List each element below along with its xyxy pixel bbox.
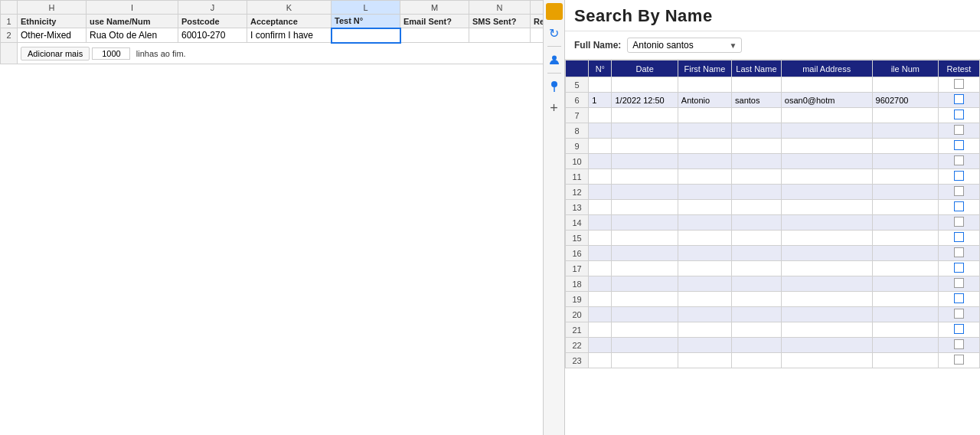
empty-cell (678, 215, 731, 231)
cell-2-h[interactable]: Other-Mixed (18, 28, 87, 43)
row-num-cell: 5 (566, 77, 589, 93)
empty-cell (872, 322, 938, 338)
retest-checkbox-cell[interactable] (938, 93, 979, 108)
refresh-icon[interactable]: ↻ (546, 25, 563, 41)
firstname-cell[interactable]: Antonio (678, 93, 731, 108)
num-cell[interactable]: 1 (589, 93, 612, 108)
row-num-cell: 20 (566, 307, 589, 322)
cell-1-k[interactable]: Acceptance (247, 15, 332, 28)
col-header-l[interactable]: L (332, 1, 400, 15)
retest-checkbox-cell[interactable] (938, 108, 979, 123)
retest-checkbox-cell[interactable] (938, 292, 979, 307)
col-header-m[interactable]: M (400, 1, 469, 15)
empty-cell (678, 123, 731, 139)
empty-cell (612, 200, 678, 215)
empty-cell (872, 231, 938, 246)
empty-cell (872, 215, 938, 231)
user-icon[interactable] (546, 51, 563, 68)
empty-cell (612, 123, 678, 139)
retest-checkbox-cell[interactable] (938, 139, 979, 154)
adicionar-mais-button[interactable]: Adicionar mais (21, 47, 90, 61)
empty-cell (732, 292, 782, 307)
retest-checkbox-cell[interactable] (938, 169, 979, 185)
retest-checkbox-cell[interactable] (938, 123, 979, 139)
retest-checkbox-cell[interactable] (938, 185, 979, 200)
empty-cell (678, 154, 731, 169)
empty-cell (781, 322, 872, 338)
retest-checkbox-cell[interactable] (938, 154, 979, 169)
retest-checkbox-cell[interactable] (938, 338, 979, 353)
retest-checkbox-cell[interactable] (938, 322, 979, 338)
right-col-header-phone[interactable]: ile Num (872, 61, 938, 77)
empty-cell (781, 108, 872, 123)
empty-cell (872, 169, 938, 185)
right-col-header-lastname[interactable]: Last Name (732, 61, 782, 77)
empty-cell (732, 231, 782, 246)
cell-2-m[interactable] (400, 28, 469, 43)
cell-2-n[interactable] (469, 28, 531, 43)
lastname-cell[interactable]: santos (732, 93, 782, 108)
empty-cell (589, 77, 612, 93)
table-row: 611/2022 12:50Antoniosantososan0@hotm960… (566, 93, 980, 108)
col-header-k[interactable]: K (247, 1, 332, 15)
right-col-header-num[interactable]: N° (589, 61, 612, 77)
empty-cell (612, 77, 678, 93)
row-num-cell: 18 (566, 276, 589, 292)
retest-checkbox-cell[interactable] (938, 231, 979, 246)
empty-cell (781, 185, 872, 200)
plus-icon[interactable]: + (546, 100, 563, 116)
retest-checkbox-cell[interactable] (938, 200, 979, 215)
phone-cell[interactable]: 9602700 (872, 93, 938, 108)
email-cell[interactable]: osan0@hotm (781, 93, 872, 108)
cell-1-j[interactable]: Postcode (178, 15, 247, 28)
empty-cell (732, 185, 782, 200)
full-name-label: Full Name: (574, 40, 621, 51)
full-name-dropdown[interactable]: Antonio santos ▼ (627, 38, 742, 53)
cell-2-i[interactable]: Rua Oto de Alen (87, 28, 178, 43)
empty-cell (678, 200, 731, 215)
date-cell[interactable]: 1/2022 12:50 (612, 93, 678, 108)
cell-1-m[interactable]: Email Sent? (400, 15, 469, 28)
row-num-cell: 12 (566, 185, 589, 200)
right-col-header-date[interactable]: Date (612, 61, 678, 77)
cell-2-k[interactable]: I confirm I have (247, 28, 332, 43)
col-header-h[interactable]: H (18, 1, 87, 15)
pin-icon[interactable] (546, 78, 563, 95)
cell-1-i[interactable]: use Name/Num (87, 15, 178, 28)
cell-2-l[interactable] (332, 28, 400, 43)
empty-cell (872, 200, 938, 215)
cell-1-o[interactable]: Ret (531, 15, 544, 28)
full-name-value: Antonio santos (632, 40, 693, 51)
adicionar-cell: Adicionar mais linhas ao fim. (18, 43, 544, 64)
right-col-header-email[interactable]: mail Address (781, 61, 872, 77)
empty-cell (872, 338, 938, 353)
linhas-label: linhas ao fim. (136, 49, 186, 58)
table-row: 10 (566, 154, 980, 169)
right-table: N° Date First Name Last Name mail Addres… (565, 60, 980, 368)
empty-cell (678, 77, 731, 93)
table-row: 13 (566, 200, 980, 215)
cell-2-o[interactable] (531, 28, 544, 43)
cell-2-j[interactable]: 60010-270 (178, 28, 247, 43)
cell-1-n[interactable]: SMS Sent? (469, 15, 531, 28)
retest-checkbox-cell[interactable] (938, 276, 979, 292)
retest-checkbox-cell[interactable] (938, 215, 979, 231)
linhas-input[interactable] (92, 47, 130, 60)
col-header-o[interactable]: O (531, 1, 544, 15)
cell-1-l[interactable]: Test N° (332, 15, 400, 28)
right-col-header-firstname[interactable]: First Name (678, 61, 731, 77)
retest-checkbox-cell[interactable] (938, 307, 979, 322)
col-header-j[interactable]: J (178, 1, 247, 15)
cell-1-h[interactable]: Ethnicity (18, 15, 87, 28)
empty-cell (732, 338, 782, 353)
orange-square-icon[interactable] (546, 3, 563, 20)
retest-checkbox-cell[interactable] (938, 77, 979, 93)
col-header-i[interactable]: I (87, 1, 178, 15)
retest-checkbox-cell[interactable] (938, 261, 979, 276)
table-row: 17 (566, 261, 980, 276)
retest-checkbox-cell[interactable] (938, 246, 979, 261)
empty-cell (612, 338, 678, 353)
col-header-n[interactable]: N (469, 1, 531, 15)
right-col-header-retest[interactable]: Retest (938, 61, 979, 77)
retest-checkbox-cell[interactable] (938, 353, 979, 368)
